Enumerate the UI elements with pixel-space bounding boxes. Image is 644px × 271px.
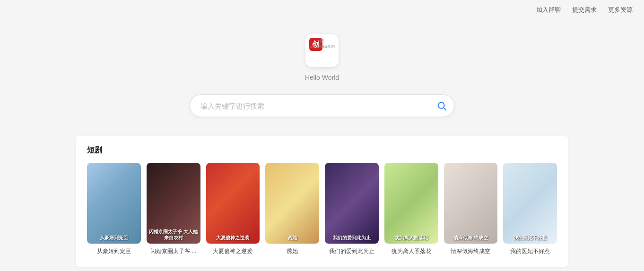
- top-nav: 加入群聊提交需求更多资源: [0, 0, 644, 20]
- drama-poster: 犹为离人照落花: [384, 163, 438, 244]
- drama-poster: 我们的爱到此为止: [325, 163, 379, 244]
- drama-poster-bg: 闪婚京圈太子爷 大人她来自农村: [147, 163, 200, 244]
- drama-item[interactable]: 大夏傻神之逆袭大夏傻神之逆袭: [206, 163, 260, 255]
- drama-poster: 我的医妃不好惹: [503, 163, 557, 244]
- poster-overlay-text: 我们的爱到此为止: [327, 235, 377, 241]
- drama-poster: 闪婚京圈太子爷 大人她来自农村: [147, 163, 200, 244]
- logo-subtitle: 新CHUANGXIN: [309, 39, 335, 49]
- drama-item[interactable]: 我的医妃不好惹我的医妃不好惹: [503, 163, 557, 255]
- drama-poster: 情深似海 终成空: [444, 163, 498, 244]
- nav-join-group[interactable]: 加入群聊: [536, 6, 561, 14]
- drama-item[interactable]: 犹为离人照落花犹为离人照落花: [384, 163, 438, 255]
- drama-title: 情深似海终成空: [444, 247, 498, 255]
- drama-title: 从豪婿到宠臣: [87, 247, 141, 255]
- drama-poster: 大夏傻神之逆袭: [206, 163, 260, 244]
- nav-submit-request[interactable]: 提交需求: [572, 6, 597, 14]
- poster-overlay-text: 我的医妃不好惹: [505, 235, 555, 241]
- poster-overlay-text: 大夏傻神之逆袭: [208, 235, 258, 241]
- logo-inner: 创 新CHUANGXIN: [309, 38, 335, 63]
- drama-poster-bg: 诱她: [265, 163, 319, 244]
- drama-poster: 诱她: [265, 163, 319, 244]
- poster-overlay-text: 闪婚京圈太子爷 大人她来自农村: [148, 229, 199, 241]
- logo-container: 创 新CHUANGXIN: [305, 34, 339, 67]
- poster-overlay-text: 从豪婿到宠臣: [89, 235, 139, 241]
- poster-overlay-text: 犹为离人照落花: [386, 235, 436, 241]
- poster-overlay-text: 情深似海 终成空: [446, 235, 496, 241]
- drama-poster-bg: 从豪婿到宠臣: [87, 163, 141, 244]
- drama-title: 诱她: [265, 247, 319, 255]
- drama-item[interactable]: 情深似海 终成空情深似海终成空: [444, 163, 498, 255]
- drama-poster-bg: 犹为离人照落花: [384, 163, 438, 244]
- poster-overlay-text: 诱她: [267, 235, 317, 241]
- drama-item[interactable]: 闪婚京圈太子爷 大人她来自农村闪婚京圈太子爷....: [147, 163, 200, 255]
- search-button[interactable]: [436, 101, 447, 111]
- drama-title: 大夏傻神之逆袭: [206, 247, 260, 255]
- drama-poster-bg: 我的医妃不好惹: [503, 163, 557, 244]
- drama-title: 我们的爱到此为止: [325, 247, 379, 255]
- drama-section: 短剧 从豪婿到宠臣从豪婿到宠臣闪婚京圈太子爷 大人她来自农村闪婚京圈太子爷...…: [76, 136, 568, 267]
- search-wrapper: [190, 94, 454, 117]
- hero-subtitle: Hello World: [305, 74, 339, 81]
- drama-poster-bg: 我们的爱到此为止: [325, 163, 379, 244]
- hero-section: 创 新CHUANGXIN Hello World: [0, 20, 644, 136]
- drama-poster: 从豪婿到宠臣: [87, 163, 141, 244]
- svg-line-1: [444, 108, 446, 110]
- section-title: 短剧: [87, 145, 557, 155]
- drama-title: 我的医妃不好惹: [503, 247, 557, 255]
- drama-poster-bg: 大夏傻神之逆袭: [206, 163, 260, 244]
- nav-more-resources[interactable]: 更多资源: [608, 6, 633, 14]
- drama-title: 犹为离人照落花: [384, 247, 438, 255]
- drama-grid: 从豪婿到宠臣从豪婿到宠臣闪婚京圈太子爷 大人她来自农村闪婚京圈太子爷....大夏…: [87, 163, 557, 255]
- drama-item[interactable]: 从豪婿到宠臣从豪婿到宠臣: [87, 163, 141, 255]
- search-input[interactable]: [190, 94, 454, 117]
- drama-poster-bg: 情深似海 终成空: [444, 163, 498, 244]
- drama-item[interactable]: 我们的爱到此为止我们的爱到此为止: [325, 163, 379, 255]
- drama-title: 闪婚京圈太子爷....: [147, 247, 200, 255]
- drama-item[interactable]: 诱她诱她: [265, 163, 319, 255]
